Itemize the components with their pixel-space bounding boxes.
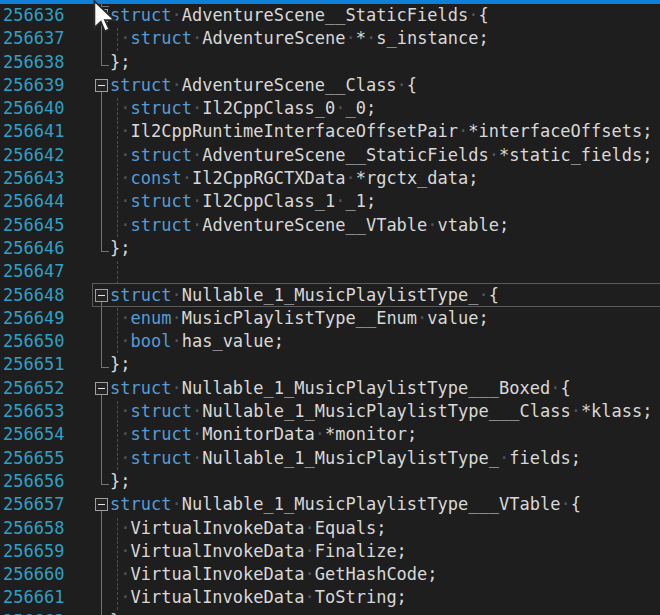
identifier-token: VirtualInvokeData	[130, 587, 304, 607]
line-number: 256640	[3, 97, 64, 120]
fold-collapse-toggle[interactable]	[95, 498, 108, 511]
code-line-row[interactable]: 256640 ·struct·Il2CppClass_0·_0;	[0, 97, 660, 120]
whitespace-dot: ·	[171, 308, 181, 328]
identifier-token: AdventureScene__StaticFields	[182, 5, 469, 25]
keyword-token: struct	[130, 28, 191, 48]
code-line-row[interactable]: 256646};	[0, 237, 660, 260]
fold-scope-line	[101, 190, 102, 213]
whitespace-dot: ·	[335, 191, 345, 211]
indent-whitespace-dot: ·	[110, 215, 130, 235]
indent-whitespace-dot: ·	[110, 98, 130, 118]
code-editor[interactable]: 256636struct·AdventureScene__StaticField…	[0, 0, 660, 615]
code-line-text: struct·Nullable_1_MusicPlaylistType_·{	[110, 284, 499, 307]
fold-scope-line	[101, 517, 102, 540]
code-line-text: ·VirtualInvokeData·Equals;	[110, 517, 386, 540]
minus-icon	[98, 85, 105, 86]
code-line-row[interactable]: 256647	[0, 260, 660, 283]
keyword-token: struct	[110, 494, 171, 514]
identifier-token: Nullable_1_MusicPlaylistType_	[182, 285, 479, 305]
code-line-row[interactable]: 256642 ·struct·AdventureScene__StaticFie…	[0, 144, 660, 167]
code-line-text: ·VirtualInvokeData·GetHashCode;	[110, 563, 438, 586]
identifier-token: MonitorData	[202, 424, 315, 444]
keyword-token: struct	[130, 98, 191, 118]
whitespace-dot: ·	[171, 75, 181, 95]
code-line-text: ·struct·AdventureScene·*·s_instance;	[110, 27, 489, 50]
keyword-token: bool	[130, 331, 171, 351]
code-line-text: ·struct·Nullable_1_MusicPlaylistType___C…	[110, 400, 653, 423]
keyword-token: struct	[130, 215, 191, 235]
code-line-row[interactable]: 256660 ·VirtualInvokeData·GetHashCode;	[0, 563, 660, 586]
identifier-token: Nullable_1_MusicPlaylistType___VTable	[182, 494, 561, 514]
code-line-text: };	[110, 51, 130, 74]
indent-whitespace-dot: ·	[110, 168, 130, 188]
code-line-row[interactable]: 256638};	[0, 51, 660, 74]
whitespace-dot: ·	[304, 541, 314, 561]
code-line-row[interactable]: 256654 ·struct·MonitorData·*monitor;	[0, 423, 660, 446]
fold-scope-line	[101, 97, 102, 120]
identifier-token: };	[110, 238, 130, 258]
fold-scope-line	[101, 423, 102, 446]
line-number: 256653	[3, 400, 64, 423]
identifier-token: };	[110, 611, 130, 615]
minus-icon	[98, 295, 105, 296]
fold-scope-end-tick	[101, 367, 109, 368]
fold-scope-line	[101, 51, 102, 66]
code-line-row[interactable]: 256644 ·struct·Il2CppClass_1·_1;	[0, 190, 660, 213]
whitespace-dot: ·	[560, 494, 570, 514]
code-line-row[interactable]: 256661 ·VirtualInvokeData·ToString;	[0, 586, 660, 609]
fold-scope-line	[101, 144, 102, 167]
code-line-row[interactable]: 256645 ·struct·AdventureScene__VTable·vt…	[0, 214, 660, 237]
line-number: 256660	[3, 563, 64, 586]
minus-icon	[98, 388, 105, 389]
fold-collapse-toggle[interactable]	[95, 289, 108, 302]
whitespace-dot: ·	[478, 285, 488, 305]
identifier-token: fields;	[509, 448, 581, 468]
code-line-row[interactable]: 256655 ·struct·Nullable_1_MusicPlaylistT…	[0, 447, 660, 470]
identifier-token: *	[356, 28, 366, 48]
identifier-token: *rgctx_data;	[356, 168, 479, 188]
identifier-token: Finalize;	[315, 541, 407, 561]
code-line-text: struct·AdventureScene__Class·{	[110, 74, 417, 97]
fold-scope-end-tick	[101, 65, 109, 66]
line-number: 256658	[3, 517, 64, 540]
fold-collapse-toggle[interactable]	[95, 79, 108, 92]
code-line-row[interactable]: 256639struct·AdventureScene__Class·{	[0, 74, 660, 97]
fold-scope-line	[101, 167, 102, 190]
indent-whitespace-dot: ·	[110, 401, 130, 421]
fold-scope-line	[101, 400, 102, 423]
code-line-row[interactable]: 256641 ·Il2CppRuntimeInterfaceOffsetPair…	[0, 120, 660, 143]
indent-whitespace-dot: ·	[110, 331, 130, 351]
identifier-token: Il2CppRuntimeInterfaceOffsetPair	[130, 121, 458, 141]
identifier-token: Nullable_1_MusicPlaylistType___Boxed	[182, 378, 550, 398]
code-line-row[interactable]: 256662};	[0, 610, 660, 615]
identifier-token: s_instance;	[376, 28, 489, 48]
code-line-row[interactable]: 256643 ·const·Il2CppRGCTXData·*rgctx_dat…	[0, 167, 660, 190]
identifier-token: AdventureScene__VTable	[202, 215, 427, 235]
code-line-text: ·VirtualInvokeData·Finalize;	[110, 540, 407, 563]
identifier-token: AdventureScene	[202, 28, 345, 48]
identifier-token: };	[110, 354, 130, 374]
code-line-row[interactable]: 256651};	[0, 353, 660, 376]
keyword-token: struct	[130, 448, 191, 468]
code-line-row[interactable]: 256648struct·Nullable_1_MusicPlaylistTyp…	[0, 284, 660, 307]
code-line-row[interactable]: 256650 ·bool·has_value;	[0, 330, 660, 353]
identifier-token: VirtualInvokeData	[130, 564, 304, 584]
identifier-token: Equals;	[315, 518, 387, 538]
identifier-token: ToString;	[315, 587, 407, 607]
code-line-text: ·enum·MusicPlaylistType__Enum·value;	[110, 307, 489, 330]
identifier-token: *monitor;	[325, 424, 417, 444]
whitespace-dot: ·	[171, 494, 181, 514]
code-line-row[interactable]: 256659 ·VirtualInvokeData·Finalize;	[0, 540, 660, 563]
code-line-row[interactable]: 256656};	[0, 470, 660, 493]
fold-collapse-toggle[interactable]	[95, 382, 108, 395]
whitespace-dot: ·	[345, 28, 355, 48]
code-line-row[interactable]: 256649 ·enum·MusicPlaylistType__Enum·val…	[0, 307, 660, 330]
code-line-row[interactable]: 256653 ·struct·Nullable_1_MusicPlaylistT…	[0, 400, 660, 423]
keyword-token: enum	[130, 308, 171, 328]
identifier-token: _0;	[345, 98, 376, 118]
identifier-token: };	[110, 471, 130, 491]
code-line-row[interactable]: 256657struct·Nullable_1_MusicPlaylistTyp…	[0, 493, 660, 516]
code-area[interactable]: 256636struct·AdventureScene__StaticField…	[0, 4, 660, 615]
code-line-row[interactable]: 256652struct·Nullable_1_MusicPlaylistTyp…	[0, 377, 660, 400]
code-line-row[interactable]: 256658 ·VirtualInvokeData·Equals;	[0, 517, 660, 540]
